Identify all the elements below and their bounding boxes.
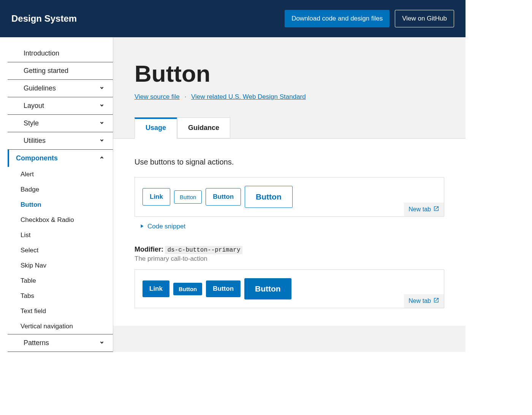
chevron-down-icon — [99, 340, 104, 346]
sidebar-item-label: Introduction — [24, 49, 59, 57]
modifier-block: Modifier: ds-c-button--primary The prima… — [135, 246, 444, 263]
tabs: Usage Guidance — [113, 117, 466, 139]
code-snippet-label: Code snippet — [147, 223, 185, 230]
logo[interactable]: Design System — [11, 13, 77, 24]
sidebar-item-layout[interactable]: Layout — [8, 97, 113, 115]
svg-marker-0 — [141, 225, 144, 228]
sidebar-item-label: Layout — [24, 102, 44, 110]
new-tab-label: New tab — [408, 206, 431, 213]
sidebar-subitem-text-field[interactable]: Text field — [0, 304, 113, 319]
tab-guidance[interactable]: Guidance — [177, 117, 230, 138]
sidebar-item-components[interactable]: Components — [8, 150, 113, 167]
example-big-button[interactable]: Button — [245, 186, 293, 208]
external-link-icon — [433, 206, 439, 213]
header-actions: Download code and design files View on G… — [285, 10, 454, 27]
page-links: View source file · View related U.S. Web… — [135, 93, 444, 101]
sidebar-subitem-table[interactable]: Table — [0, 273, 113, 288]
page-header: Button View source file · View related U… — [113, 37, 466, 101]
sidebar-item-label: Guidelines — [24, 84, 56, 92]
main-content: Button View source file · View related U… — [113, 37, 466, 352]
sidebar-item-label: Components — [16, 154, 58, 162]
preview-box-primary: Link Button Button Button New tab — [135, 269, 444, 308]
sidebar-subitem-alert[interactable]: Alert — [0, 167, 113, 182]
sidebar-subitem-select[interactable]: Select — [0, 243, 113, 258]
chevron-down-icon — [99, 103, 104, 109]
sidebar-item-label: Style — [24, 119, 39, 127]
sidebar-item-introduction[interactable]: Introduction — [8, 45, 113, 62]
modifier-code: ds-c-button--primary — [165, 246, 242, 254]
sidebar-subitem-badge[interactable]: Badge — [0, 182, 113, 197]
sidebar-item-label: Patterns — [24, 339, 49, 347]
example-small-button[interactable]: Button — [174, 190, 202, 204]
preview-inner: Link Button Button Button — [135, 177, 444, 216]
header: Design System Download code and design f… — [0, 0, 466, 37]
preview-box-default: Link Button Button Button New tab — [135, 177, 444, 217]
new-tab-link[interactable]: New tab — [404, 294, 444, 308]
sidebar: Introduction Getting started Guidelines … — [0, 37, 113, 352]
sidebar-subitem-checkbox-radio[interactable]: Checkbox & Radio — [0, 212, 113, 228]
chevron-down-icon — [99, 138, 104, 144]
sidebar-item-guidelines[interactable]: Guidelines — [8, 80, 113, 97]
sidebar-subitem-button[interactable]: Button — [0, 197, 113, 212]
intro-text: Use buttons to signal actions. — [135, 158, 444, 166]
example-link-button[interactable]: Link — [142, 188, 170, 206]
modifier-label: Modifier: — [135, 246, 163, 253]
example-primary-big-button[interactable]: Button — [244, 278, 291, 299]
sidebar-item-style[interactable]: Style — [8, 115, 113, 132]
download-button[interactable]: Download code and design files — [285, 10, 390, 27]
new-tab-link[interactable]: New tab — [404, 203, 444, 216]
new-tab-label: New tab — [408, 298, 431, 304]
sidebar-item-utilities[interactable]: Utilities — [8, 132, 113, 150]
modifier-description: The primary call-to-action — [135, 255, 444, 263]
external-link-icon — [433, 297, 439, 305]
example-primary-regular-button[interactable]: Button — [206, 280, 241, 297]
sidebar-item-label: Utilities — [24, 137, 46, 145]
chevron-down-icon — [99, 120, 104, 127]
sidebar-item-getting-started[interactable]: Getting started — [8, 62, 113, 80]
separator: · — [184, 93, 186, 100]
example-primary-link-button[interactable]: Link — [142, 280, 169, 297]
tab-content: Use buttons to signal actions. Link Butt… — [113, 139, 466, 326]
view-standard-link[interactable]: View related U.S. Web Design Standard — [191, 93, 306, 100]
view-source-link[interactable]: View source file — [135, 93, 180, 100]
tab-usage[interactable]: Usage — [135, 117, 177, 139]
preview-inner: Link Button Button Button — [135, 270, 444, 308]
page-title: Button — [135, 60, 444, 87]
example-primary-small-button[interactable]: Button — [173, 283, 202, 295]
sidebar-subitem-list[interactable]: List — [0, 228, 113, 243]
sidebar-item-patterns[interactable]: Patterns — [8, 334, 113, 352]
chevron-down-icon — [99, 85, 104, 92]
sidebar-subitem-vertical-navigation[interactable]: Vertical navigation — [0, 319, 113, 334]
example-regular-button[interactable]: Button — [206, 188, 241, 206]
sidebar-subitem-tabs[interactable]: Tabs — [0, 288, 113, 304]
triangle-right-icon — [140, 223, 144, 230]
sidebar-subitem-skip-nav[interactable]: Skip Nav — [0, 258, 113, 273]
sidebar-item-label: Getting started — [24, 67, 68, 75]
github-button[interactable]: View on GitHub — [395, 10, 454, 27]
chevron-up-icon — [99, 155, 104, 162]
code-snippet-toggle[interactable]: Code snippet — [135, 223, 444, 230]
